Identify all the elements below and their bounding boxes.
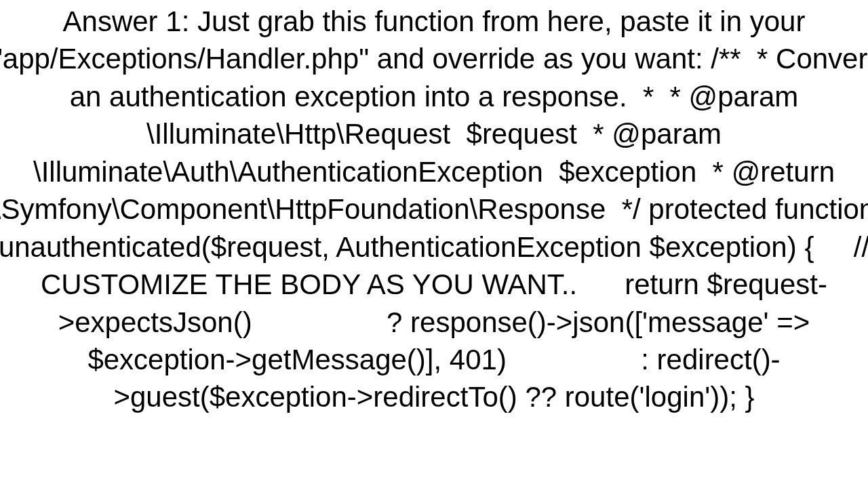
document-body: Answer 1: Just grab this function from h…: [0, 0, 868, 488]
answer-text: Answer 1: Just grab this function from h…: [0, 0, 868, 416]
